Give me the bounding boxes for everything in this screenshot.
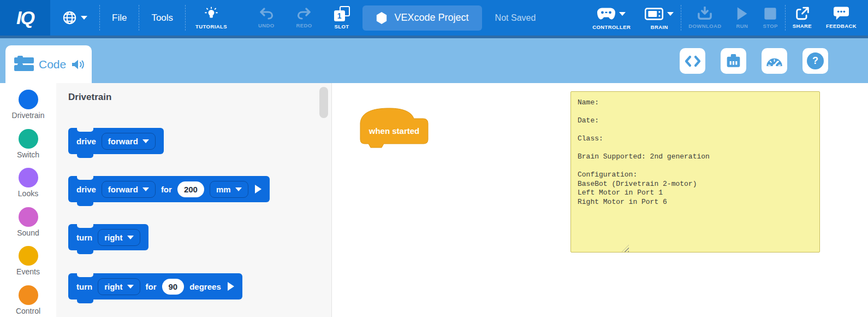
turn-direction-dropdown[interactable]: right [98,278,140,295]
sidebar-item-switch[interactable]: Switch [0,129,56,168]
category-color-dot [19,129,38,149]
redo-label: REDO [296,22,312,28]
expand-arrow-icon[interactable] [228,282,234,291]
category-color-dot [19,285,38,305]
chevron-down-icon [619,12,626,16]
chevron-down-icon [81,16,87,20]
gauge-icon [766,54,783,68]
palette-scrollbar[interactable] [319,87,328,118]
top-toolbar: IQ File Tools [0,0,868,38]
block-text: drive [76,185,96,194]
file-menu[interactable]: File [100,0,139,36]
tutorials-label: TUTORIALS [195,24,227,30]
palette-section-header: Drivetrain [68,92,111,103]
undo-label: UNDO [258,22,275,28]
sidebar-item-events[interactable]: Events [0,246,56,285]
project-note[interactable]: Name: Date: Class: Brain Supported: 2nd … [570,91,820,253]
file-menu-label: File [112,13,127,24]
slot-label: SLOT [335,24,349,30]
logo-text: IQ [16,7,34,28]
language-menu[interactable] [50,0,99,36]
redo-button[interactable]: REDO [289,0,319,36]
angle-input[interactable]: 90 [162,279,185,295]
download-button[interactable]: DOWNLOAD [681,0,728,36]
help-button[interactable]: ? [802,48,828,74]
project-name: VEXcode Project [395,12,469,24]
category-label: Drivetrain [12,111,45,120]
units-dropdown[interactable]: mm [210,181,248,198]
distance-input[interactable]: 200 [177,181,204,197]
block-turn-for[interactable]: turn right for 90 degrees [68,273,242,300]
dropdown-value: right [104,233,122,242]
monitor-console-button[interactable] [762,48,787,74]
category-label: Control [16,307,40,315]
hexagon-icon [376,11,388,25]
block-turn[interactable]: turn right [68,224,148,250]
tools-menu-label: Tools [151,13,173,24]
sidebar-item-looks[interactable]: Looks [0,168,56,207]
vex-iq-logo: IQ [0,0,50,36]
save-status: Not Saved [495,13,536,23]
direction-dropdown[interactable]: forward [102,181,156,198]
globe-icon [62,10,77,25]
sidebar-item-drivetrain[interactable]: Drivetrain [0,90,56,129]
blocks-icon [14,57,34,71]
tutorials-button[interactable]: TUTORIALS [186,0,237,36]
code-tab-label: Code [39,58,66,71]
sidebar-item-sound[interactable]: Sound [0,207,56,246]
chevron-down-icon [667,12,674,16]
category-color-dot [19,168,38,187]
slot-icon: 1 [334,6,350,21]
turn-direction-dropdown[interactable]: right [98,229,140,246]
controller-button[interactable]: CONTROLLER [585,0,638,36]
block-text: for [146,282,157,291]
brain-button[interactable]: BRAIN [638,0,681,36]
block-text: turn [76,282,92,291]
when-started-block[interactable]: when started [358,107,431,149]
main-area: Drivetrain Switch Looks Sound Events Con… [0,83,868,317]
run-button[interactable]: RUN [728,0,756,36]
tools-menu[interactable]: Tools [139,0,185,36]
speaker-icon [71,58,85,71]
hat-block-label: when started [360,126,428,136]
run-label: RUN [736,23,748,29]
slot-button[interactable]: 1 SLOT [327,0,357,36]
feedback-bubble-icon [834,7,849,21]
question-mark-icon: ? [807,52,824,69]
block-drive[interactable]: drive forward [68,128,164,154]
direction-dropdown[interactable]: forward [102,133,156,150]
block-palette: Drivetrain drive forward drive forward f… [56,83,332,317]
code-viewer-button[interactable] [680,48,705,74]
feedback-label: FEEDBACK [826,23,857,29]
brain-label: BRAIN [651,24,668,30]
download-icon [697,7,712,21]
sidebar-item-control[interactable]: Control [0,285,56,317]
slot-number: 1 [334,10,345,21]
tab-bar: Code [0,38,868,83]
device-manager-button[interactable] [721,48,746,74]
block-text: degrees [189,282,221,291]
project-name-button[interactable]: VEXcode Project [362,5,482,31]
dropdown-value: forward [108,137,138,146]
undo-icon [259,7,274,20]
tab-code[interactable]: Code [5,45,92,83]
share-button[interactable]: SHARE [786,0,819,36]
workspace-toolbar: ? [680,48,828,74]
brain-screen-icon [645,8,663,20]
stop-button[interactable]: STOP [756,0,784,36]
controller-label: CONTROLLER [592,24,631,30]
gamepad-icon [597,8,615,20]
undo-button[interactable]: UNDO [251,0,282,36]
block-drive-for[interactable]: drive forward for 200 mm [68,176,270,202]
toolbar-right-cluster: CONTROLLER BRAIN [585,0,868,36]
dropdown-caret-icon [142,139,149,143]
feedback-button[interactable]: FEEDBACK [819,0,864,36]
expand-arrow-icon[interactable] [255,185,261,193]
dropdown-caret-icon [127,285,134,289]
workspace-canvas[interactable]: when started Name: Date: Class: Brain Su… [332,83,868,317]
dropdown-value: mm [216,185,231,194]
dropdown-value: right [104,282,122,291]
stop-label: STOP [763,23,777,29]
dropdown-caret-icon [235,187,242,191]
category-color-dot [19,207,38,227]
